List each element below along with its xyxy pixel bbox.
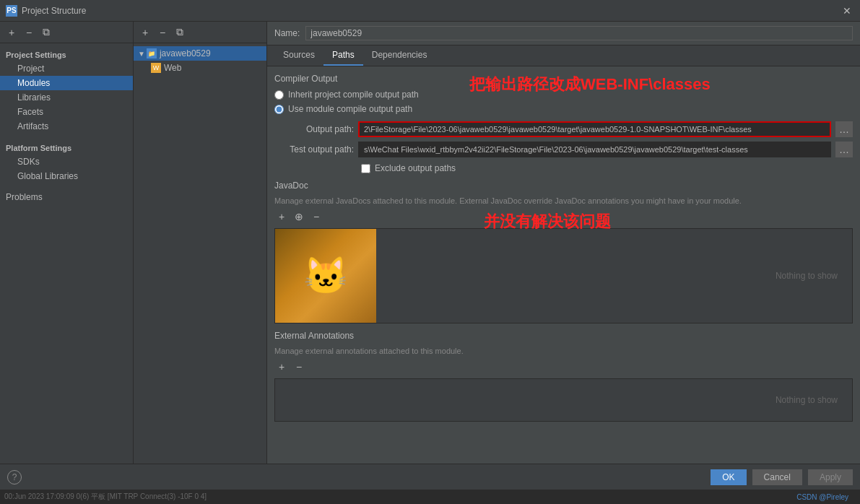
main-content: + − ⧉ Project Settings Project Modules L… (0, 22, 860, 464)
inherit-radio-label: Inherit project compile output path (288, 90, 419, 100)
name-input[interactable] (305, 26, 853, 40)
dialog-buttons: OK Cancel Apply (711, 469, 853, 485)
module-copy-button[interactable]: ⧉ (173, 25, 187, 40)
bottom-bar: ? OK Cancel Apply (0, 464, 860, 490)
sidebar: + − ⧉ Project Settings Project Modules L… (0, 22, 134, 464)
module-tree-panel: + − ⧉ ▼ 📁 javaweb0529 W Web (134, 22, 267, 464)
javadoc-add-from-button[interactable]: ⊕ (292, 209, 306, 224)
sidebar-item-problems[interactable]: Problems (0, 189, 133, 205)
app-icon: PS (6, 5, 17, 17)
remove-button[interactable]: − (22, 25, 36, 40)
javadoc-content: 🐱 Nothing to show (274, 228, 853, 323)
ext-annotations-content: Nothing to show (274, 378, 853, 422)
status-bar: 00:Jun 2023 17:09:09 0(6) 平板 [MIT TRP Co… (0, 490, 860, 504)
compiler-output-title: Compiler Output (274, 74, 853, 84)
sidebar-item-project[interactable]: Project (0, 61, 133, 76)
apply-button[interactable]: Apply (808, 469, 853, 485)
tab-sources[interactable]: Sources (274, 45, 323, 66)
sidebar-item-libraries[interactable]: Libraries (0, 90, 133, 105)
close-button[interactable]: ✕ (840, 4, 854, 18)
project-settings-header: Project Settings (0, 46, 133, 61)
sidebar-item-modules[interactable]: Modules (0, 76, 133, 90)
right-panel: Name: Sources Paths Dependencies 把输出路径改成… (267, 22, 860, 464)
cat-image: 🐱 (275, 229, 376, 323)
javadoc-title: JavaDoc (274, 181, 853, 191)
output-path-input[interactable] (358, 121, 831, 137)
ext-annotations-title: External Annotations (274, 331, 853, 341)
tab-paths[interactable]: Paths (323, 45, 363, 66)
use-module-radio-item[interactable]: Use module compile output path (274, 104, 853, 114)
tab-dependencies[interactable]: Dependencies (363, 45, 436, 66)
use-module-radio-label: Use module compile output path (288, 104, 412, 114)
module-toolbar: + − ⧉ (134, 22, 266, 43)
javadoc-remove-button[interactable]: − (309, 209, 323, 224)
output-path-browse-button[interactable]: … (835, 121, 853, 137)
javadoc-nothing-to-show: Nothing to show (776, 271, 838, 281)
test-output-path-input[interactable] (358, 142, 831, 157)
exclude-label: Exclude output paths (375, 163, 456, 173)
output-path-row: Output path: … (274, 121, 853, 137)
sidebar-item-facets[interactable]: Facets (0, 105, 133, 119)
sidebar-toolbar: + − ⧉ (0, 22, 133, 43)
web-icon: W (151, 63, 161, 73)
test-output-browse-button[interactable]: … (835, 142, 853, 157)
ok-button[interactable]: OK (711, 469, 746, 485)
csdn-link: CSDN @Pireley (796, 493, 848, 501)
name-bar: Name: (267, 22, 860, 45)
module-root-item[interactable]: ▼ 📁 javaweb0529 (134, 46, 266, 61)
module-web-label: Web (164, 63, 181, 73)
radio-group: Inherit project compile output path Use … (274, 90, 853, 114)
name-label: Name: (274, 28, 300, 38)
panel-content: 把输出路径改成WEB-INF\classes 并没有解决该问题 Compiler… (267, 66, 860, 464)
use-module-radio[interactable] (274, 105, 284, 114)
sidebar-item-global-libraries[interactable]: Global Libraries (0, 169, 133, 183)
status-text: 00:Jun 2023 17:09:09 0(6) 平板 [MIT TRP Co… (4, 492, 207, 502)
javadoc-add-button[interactable]: + (274, 209, 289, 224)
module-web-item[interactable]: W Web (134, 61, 266, 75)
ext-remove-button[interactable]: − (292, 360, 306, 374)
sidebar-tree: Project Settings Project Modules Librari… (0, 43, 133, 464)
title-bar: PS Project Structure ✕ (0, 0, 860, 22)
module-add-button[interactable]: + (138, 25, 152, 40)
ext-annotations-nothing-to-show: Nothing to show (776, 395, 838, 405)
javadoc-toolbar: + ⊕ − (274, 209, 853, 224)
module-tree: ▼ 📁 javaweb0529 W Web (134, 43, 266, 78)
copy-button[interactable]: ⧉ (39, 25, 53, 40)
ext-add-button[interactable]: + (274, 360, 289, 374)
help-button[interactable]: ? (7, 470, 22, 485)
module-remove-button[interactable]: − (155, 25, 170, 40)
test-output-path-row: Test output path: … (274, 142, 853, 157)
add-button[interactable]: + (4, 25, 19, 40)
javadoc-description: Manage external JavaDocs attached to thi… (274, 196, 853, 205)
test-output-path-label: Test output path: (274, 144, 354, 155)
cancel-button[interactable]: Cancel (752, 469, 802, 485)
module-folder-icon: 📁 (147, 48, 157, 58)
module-root-label: javaweb0529 (160, 48, 211, 58)
inherit-radio[interactable] (274, 90, 284, 100)
ext-annotations-description: Manage external annotations attached to … (274, 347, 853, 355)
exclude-checkbox[interactable] (361, 164, 370, 173)
module-arrow-icon: ▼ (138, 50, 145, 58)
javadoc-section: JavaDoc Manage external JavaDocs attache… (274, 181, 853, 323)
platform-settings-header: Platform Settings (0, 139, 133, 155)
sidebar-item-artifacts[interactable]: Artifacts (0, 119, 133, 134)
window-title: Project Structure (22, 6, 840, 16)
external-annotations-section: External Annotations Manage external ann… (274, 331, 853, 422)
exclude-row: Exclude output paths (361, 163, 853, 173)
ext-annotations-toolbar: + − (274, 360, 853, 374)
output-path-label: Output path: (274, 124, 354, 134)
tabs-bar: Sources Paths Dependencies (267, 45, 860, 66)
sidebar-item-sdks[interactable]: SDKs (0, 155, 133, 169)
project-structure-window: PS Project Structure ✕ + − ⧉ Project Set… (0, 0, 860, 504)
inherit-radio-item[interactable]: Inherit project compile output path (274, 90, 853, 100)
